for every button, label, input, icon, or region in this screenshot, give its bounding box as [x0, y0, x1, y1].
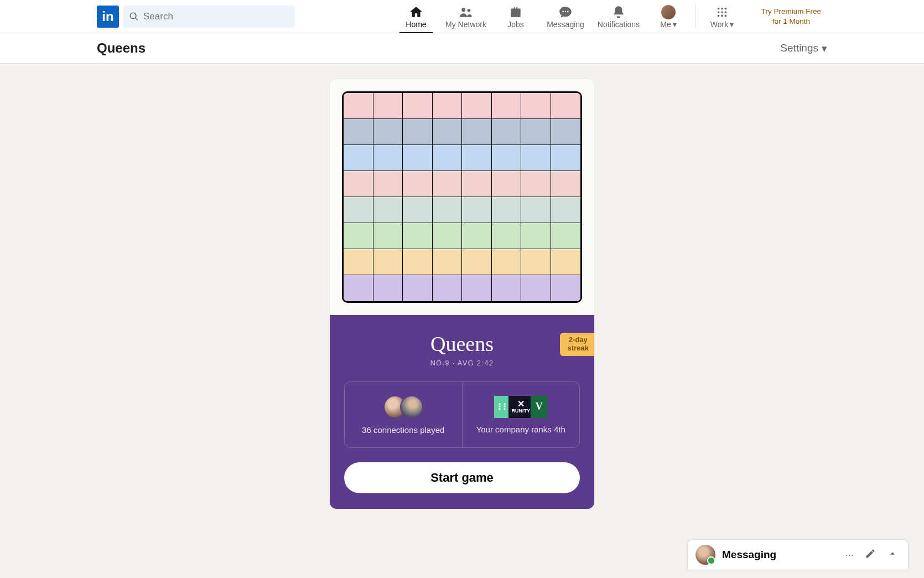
grid-cell[interactable] — [492, 249, 522, 275]
grid-cell[interactable] — [521, 145, 551, 171]
game-grid[interactable] — [342, 91, 582, 303]
grid-cell[interactable] — [462, 119, 492, 145]
svg-point-3 — [565, 11, 567, 12]
svg-point-2 — [562, 11, 564, 12]
grid-cell[interactable] — [373, 145, 403, 171]
grid-cell[interactable] — [462, 197, 492, 223]
grid-cell[interactable] — [433, 275, 463, 301]
grid-cell[interactable] — [344, 275, 373, 301]
nav-messaging[interactable]: Messaging — [539, 0, 592, 33]
grid-cell[interactable] — [344, 171, 373, 197]
premium-cta[interactable]: Try Premium Free for 1 Month — [752, 0, 830, 33]
linkedin-logo[interactable]: in — [97, 6, 119, 28]
grid-cell[interactable] — [373, 275, 403, 301]
nav-notifications[interactable]: Notifications — [592, 0, 645, 33]
settings-label: Settings — [780, 42, 818, 54]
nav-network[interactable]: My Network — [439, 0, 492, 33]
grid-cell[interactable] — [462, 275, 492, 301]
grid-cell[interactable] — [433, 119, 463, 145]
game-subline: NO.9 · AVG 2:42 — [339, 359, 585, 367]
nav-me[interactable]: Me▾ — [645, 0, 692, 33]
svg-point-10 — [725, 11, 727, 13]
grid-cell[interactable] — [462, 223, 492, 249]
grid-cell[interactable] — [551, 275, 581, 301]
avatar — [400, 395, 423, 419]
page-title: Queens — [97, 40, 146, 56]
grid-cell[interactable] — [344, 145, 373, 171]
grid-cell[interactable] — [344, 223, 373, 249]
start-game-button[interactable]: Start game — [344, 462, 580, 493]
nav-home[interactable]: Home — [393, 0, 439, 33]
nav-work[interactable]: Work▾ — [699, 0, 745, 33]
grid-cell[interactable] — [344, 249, 373, 275]
svg-point-5 — [718, 7, 720, 9]
grid-cell[interactable] — [373, 197, 403, 223]
grid-cell[interactable] — [521, 171, 551, 197]
grid-cell[interactable] — [492, 197, 522, 223]
company-logo: RUNITY — [508, 396, 533, 418]
more-icon[interactable]: ⋯ — [843, 548, 856, 562]
grid-cell[interactable] — [462, 145, 492, 171]
grid-cell[interactable] — [344, 93, 373, 119]
grid-cell[interactable] — [433, 171, 463, 197]
grid-cell[interactable] — [373, 93, 403, 119]
grid-cell[interactable] — [492, 223, 522, 249]
stat-company[interactable]: ⫶⫶ RUNITY V Your company ranks 4th — [462, 382, 580, 447]
grid-cell[interactable] — [344, 119, 373, 145]
grid-cell[interactable] — [492, 275, 522, 301]
grid-cell[interactable] — [403, 119, 433, 145]
grid-cell[interactable] — [462, 93, 492, 119]
grid-cell[interactable] — [521, 249, 551, 275]
grid-cell[interactable] — [551, 93, 581, 119]
nav-jobs[interactable]: Jobs — [492, 0, 539, 33]
grid-cell[interactable] — [373, 249, 403, 275]
grid-cell[interactable] — [433, 197, 463, 223]
grid-cell[interactable] — [403, 223, 433, 249]
grid-cell[interactable] — [551, 197, 581, 223]
grid-cell[interactable] — [551, 171, 581, 197]
grid-cell[interactable] — [403, 197, 433, 223]
chevron-up-icon[interactable] — [885, 546, 900, 564]
grid-cell[interactable] — [373, 119, 403, 145]
search-box[interactable] — [123, 6, 295, 28]
stat-connections[interactable]: 36 connections played — [345, 382, 462, 447]
grid-cell[interactable] — [521, 223, 551, 249]
compose-icon[interactable] — [863, 546, 878, 564]
grid-cell[interactable] — [551, 145, 581, 171]
grid-cell[interactable] — [344, 197, 373, 223]
grid-cell[interactable] — [403, 93, 433, 119]
grid-cell[interactable] — [521, 275, 551, 301]
grid-cell[interactable] — [433, 249, 463, 275]
settings-button[interactable]: Settings ▾ — [780, 42, 827, 55]
people-icon — [459, 5, 473, 19]
grid-cell[interactable] — [492, 93, 522, 119]
grid-cell[interactable] — [373, 171, 403, 197]
grid-cell[interactable] — [403, 171, 433, 197]
grid-cell[interactable] — [462, 249, 492, 275]
grid-cell[interactable] — [551, 223, 581, 249]
grid-cell[interactable] — [373, 223, 403, 249]
svg-point-4 — [567, 11, 569, 12]
grid-cell[interactable] — [521, 93, 551, 119]
grid-cell[interactable] — [403, 275, 433, 301]
grid-cell[interactable] — [433, 93, 463, 119]
connections-text: 36 connections played — [362, 425, 444, 435]
grid-cell[interactable] — [492, 119, 522, 145]
connection-avatars — [383, 395, 423, 419]
grid-cell[interactable] — [492, 145, 522, 171]
messaging-dock[interactable]: Messaging ⋯ — [687, 539, 909, 570]
grid-cell[interactable] — [492, 171, 522, 197]
chevron-down-icon: ▾ — [822, 42, 827, 55]
grid-cell[interactable] — [403, 249, 433, 275]
nav-home-label: Home — [406, 20, 426, 29]
grid-cell[interactable] — [403, 145, 433, 171]
grid-cell[interactable] — [551, 249, 581, 275]
search-input[interactable] — [143, 11, 289, 22]
grid-cell[interactable] — [462, 171, 492, 197]
grid-cell[interactable] — [521, 197, 551, 223]
grid-cell[interactable] — [433, 223, 463, 249]
grid-cell[interactable] — [521, 119, 551, 145]
stats-row: 36 connections played ⫶⫶ RUNITY V Your c… — [344, 381, 580, 448]
grid-cell[interactable] — [433, 145, 463, 171]
grid-cell[interactable] — [551, 119, 581, 145]
